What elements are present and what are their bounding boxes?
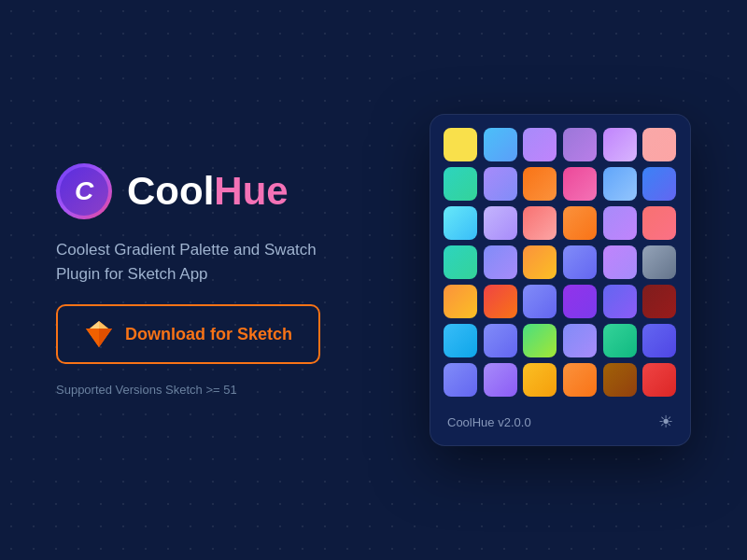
logo-text: CoolHue — [127, 169, 289, 214]
swatch-item[interactable] — [444, 245, 477, 279]
swatch-item[interactable] — [444, 363, 477, 397]
swatch-item[interactable] — [523, 245, 557, 279]
swatch-item[interactable] — [484, 285, 517, 318]
swatch-item[interactable] — [523, 206, 557, 240]
swatch-item[interactable] — [642, 285, 676, 318]
swatch-item[interactable] — [563, 324, 597, 357]
swatch-item[interactable] — [484, 324, 517, 357]
swatch-item[interactable] — [523, 128, 557, 161]
sketch-icon — [84, 319, 114, 349]
swatch-item[interactable] — [563, 285, 597, 318]
swatch-item[interactable] — [444, 285, 477, 318]
swatch-item[interactable] — [444, 324, 477, 357]
swatch-item[interactable] — [563, 363, 597, 397]
swatch-item[interactable] — [603, 128, 637, 161]
logo-icon: C — [56, 163, 112, 219]
swatch-item[interactable] — [484, 128, 517, 161]
logo-hue: Hue — [214, 169, 288, 213]
swatch-item[interactable] — [484, 167, 517, 201]
version-note: Supported Versions Sketch >= 51 — [56, 383, 374, 397]
swatch-item[interactable] — [603, 324, 637, 357]
svg-marker-3 — [86, 329, 99, 347]
swatch-item[interactable] — [563, 128, 597, 161]
logo-cool: Cool — [127, 169, 214, 213]
download-button[interactable]: Download for Sketch — [56, 304, 320, 364]
svg-marker-2 — [99, 321, 108, 329]
logo-letter: C — [75, 176, 93, 206]
tagline: Coolest Gradient Palette and Swatch Plug… — [56, 238, 355, 286]
swatch-item[interactable] — [444, 167, 477, 201]
swatch-item[interactable] — [642, 363, 676, 397]
swatch-item[interactable] — [523, 363, 557, 397]
swatch-item[interactable] — [642, 206, 676, 240]
swatch-item[interactable] — [642, 245, 676, 279]
swatch-item[interactable] — [484, 245, 517, 279]
swatch-item[interactable] — [484, 363, 517, 397]
swatch-item[interactable] — [603, 245, 637, 279]
sun-icon[interactable]: ☀ — [658, 412, 673, 432]
swatch-item[interactable] — [444, 128, 477, 161]
swatch-item[interactable] — [563, 206, 597, 240]
swatch-item[interactable] — [642, 324, 676, 357]
card-version: CoolHue v2.0.0 — [447, 415, 531, 429]
swatch-item[interactable] — [603, 206, 637, 240]
swatch-item[interactable] — [484, 206, 517, 240]
plugin-card: CoolHue v2.0.0 ☀ — [430, 114, 691, 446]
swatch-item[interactable] — [563, 245, 597, 279]
swatch-item[interactable] — [444, 206, 477, 240]
main-container: C CoolHue Coolest Gradient Palette and S… — [0, 0, 747, 560]
swatch-item[interactable] — [523, 324, 557, 357]
swatch-item[interactable] — [603, 363, 637, 397]
swatch-item[interactable] — [523, 285, 557, 318]
swatch-item[interactable] — [523, 167, 557, 201]
swatch-item[interactable] — [603, 167, 637, 201]
swatch-item[interactable] — [642, 128, 676, 161]
swatch-item[interactable] — [642, 167, 676, 201]
svg-marker-4 — [99, 329, 112, 347]
swatch-item[interactable] — [603, 285, 637, 318]
left-panel: C CoolHue Coolest Gradient Palette and S… — [56, 163, 374, 397]
download-label: Download for Sketch — [125, 325, 292, 344]
svg-marker-1 — [90, 321, 99, 329]
swatches-grid — [444, 128, 677, 397]
card-footer: CoolHue v2.0.0 ☀ — [444, 408, 677, 432]
swatch-item[interactable] — [563, 167, 597, 201]
logo-row: C CoolHue — [56, 163, 374, 219]
